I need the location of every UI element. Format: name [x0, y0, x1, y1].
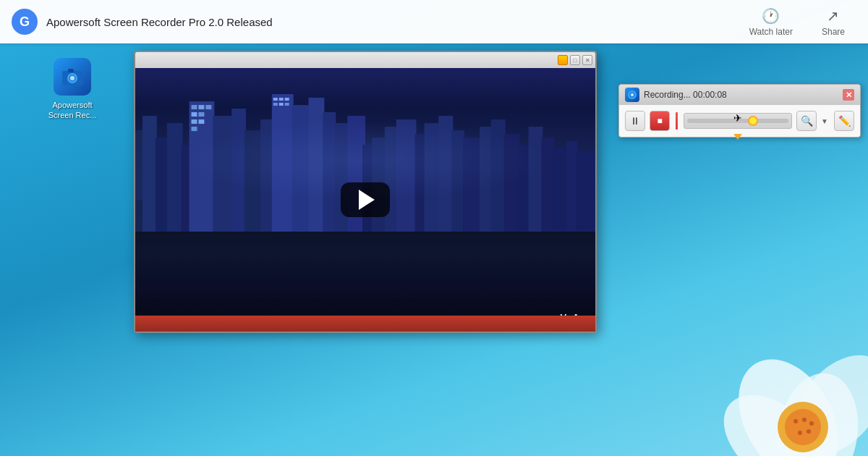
- svg-rect-8: [167, 123, 183, 232]
- recording-titlebar: Recording... 00:00:08 ✕: [619, 85, 860, 105]
- slider-track: ✈: [687, 119, 788, 123]
- magnify-dropdown-arrow[interactable]: ▼: [821, 117, 830, 125]
- svg-point-62: [793, 419, 798, 423]
- minimize-button[interactable]: [558, 55, 568, 65]
- camera-icon: [59, 64, 85, 90]
- stop-button[interactable]: ■: [650, 111, 670, 131]
- desktop: G Apowersoft Screen Recorder Pro 2.0 Rel…: [0, 0, 868, 456]
- svg-point-64: [809, 421, 814, 426]
- flower-decoration: [644, 232, 868, 456]
- svg-rect-4: [68, 69, 74, 72]
- svg-rect-7: [156, 138, 169, 232]
- svg-rect-26: [285, 98, 289, 101]
- svg-point-61: [785, 409, 821, 445]
- topbar-actions: 🕐 Watch later ↗ Share: [738, 3, 856, 41]
- magnify-icon: 🔍: [801, 115, 813, 127]
- window-titlebar: □ ✕: [135, 52, 595, 68]
- close-x-icon: ✕: [846, 90, 852, 100]
- youtube-topbar: G Apowersoft Screen Recorder Pro 2.0 Rel…: [0, 0, 868, 43]
- close-button[interactable]: ✕: [582, 55, 592, 65]
- video-title: Apowersoft Screen Recorder Pro 2.0 Relea…: [46, 16, 738, 28]
- separator: [676, 112, 678, 130]
- edit-button[interactable]: ✏️: [834, 111, 854, 131]
- svg-rect-52: [576, 152, 595, 232]
- window-bottom-bar: [135, 316, 595, 332]
- app-icon: [54, 58, 91, 96]
- watch-later-icon: 🕐: [762, 7, 780, 25]
- recording-close-button[interactable]: ✕: [843, 89, 854, 101]
- svg-rect-14: [192, 112, 197, 117]
- svg-rect-27: [273, 103, 278, 106]
- svg-point-65: [807, 429, 811, 434]
- recording-title: Recording... 00:00:08: [644, 90, 838, 100]
- share-label: Share: [822, 27, 845, 37]
- svg-rect-51: [566, 141, 577, 232]
- watch-later-label: Watch later: [749, 27, 793, 37]
- svg-rect-29: [285, 103, 289, 106]
- main-window: □ ✕: [134, 51, 597, 333]
- svg-point-66: [798, 431, 802, 435]
- watch-later-button[interactable]: 🕐 Watch later: [738, 3, 804, 41]
- svg-rect-28: [279, 103, 284, 106]
- stop-icon: ■: [657, 116, 662, 126]
- recording-app-icon: [625, 88, 639, 102]
- desktop-icon-apowersoft[interactable]: Apowersoft Screen Rec...: [43, 58, 101, 121]
- svg-rect-13: [205, 105, 211, 109]
- play-button[interactable]: [341, 182, 390, 217]
- pencil-icon: ✏️: [838, 115, 851, 127]
- svg-point-3: [70, 76, 75, 80]
- svg-rect-6: [142, 116, 157, 232]
- share-icon: ↗: [827, 7, 839, 25]
- svg-rect-25: [279, 98, 284, 101]
- airplane-icon: ✈: [733, 112, 742, 124]
- recording-controls: ⏸ ■ ✈ 🔍 ▼: [619, 105, 860, 137]
- desktop-icon-label: Apowersoft Screen Rec...: [48, 100, 97, 121]
- recording-toolbar: Recording... 00:00:08 ✕ ⏸ ■ ✈: [618, 84, 861, 138]
- svg-rect-15: [198, 112, 204, 117]
- slider-thumb[interactable]: [748, 116, 758, 126]
- magnify-button[interactable]: 🔍: [796, 111, 817, 131]
- svg-point-63: [802, 418, 807, 422]
- svg-rect-24: [273, 98, 278, 101]
- cursor-arrow-icon: [733, 134, 742, 140]
- maximize-button[interactable]: □: [570, 55, 580, 65]
- pause-button[interactable]: ⏸: [625, 111, 645, 131]
- share-button[interactable]: ↗ Share: [810, 3, 856, 41]
- svg-rect-12: [198, 105, 204, 109]
- pause-icon: ⏸: [630, 115, 640, 127]
- recording-slider[interactable]: ✈: [684, 113, 792, 129]
- video-content: V•A: [135, 68, 595, 332]
- svg-point-55: [631, 93, 634, 96]
- play-triangle-icon: [359, 190, 375, 210]
- avatar[interactable]: G: [12, 9, 38, 35]
- svg-rect-50: [553, 148, 567, 232]
- svg-rect-11: [192, 105, 197, 109]
